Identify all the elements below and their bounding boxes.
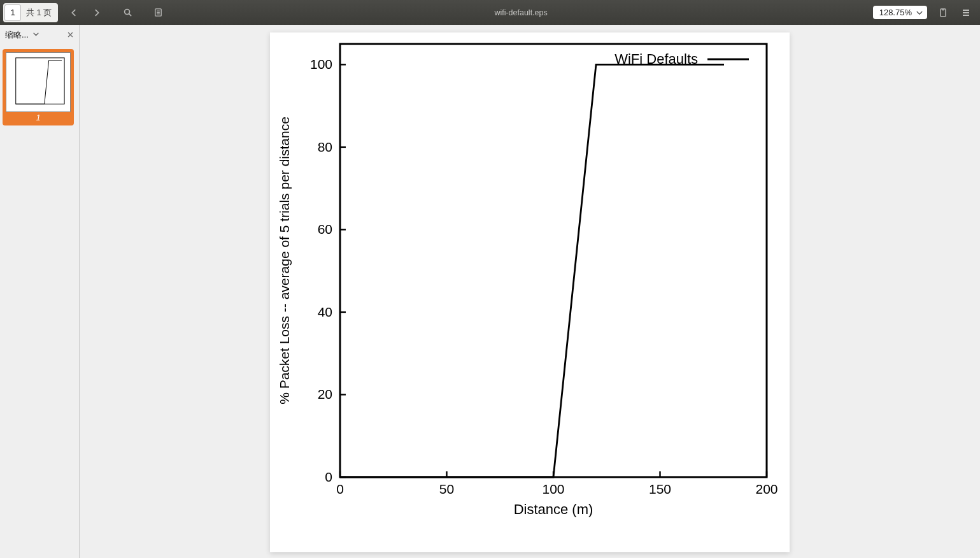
thumbnail-image: [6, 52, 71, 112]
outline-button[interactable]: [147, 3, 169, 22]
svg-text:200: 200: [755, 482, 778, 496]
chevron-down-icon: [916, 9, 923, 17]
svg-text:20: 20: [318, 387, 332, 401]
svg-rect-12: [16, 58, 64, 104]
svg-text:100: 100: [542, 482, 564, 496]
search-button[interactable]: [117, 3, 138, 22]
document-title: wifi-default.eps: [494, 8, 547, 17]
next-page-button[interactable]: [86, 3, 108, 22]
svg-text:60: 60: [318, 222, 332, 236]
sidebar-dropdown[interactable]: [32, 30, 39, 39]
sidebar-title: 缩略...: [5, 29, 29, 41]
hamburger-icon: [961, 8, 971, 18]
chevron-right-icon: [92, 8, 101, 17]
svg-text:40: 40: [318, 304, 332, 319]
chevron-down-icon: [32, 31, 39, 38]
outline-icon: [153, 8, 163, 17]
svg-rect-13: [340, 44, 767, 477]
svg-text:100: 100: [310, 57, 332, 71]
zoom-dropdown[interactable]: 128.75%: [873, 6, 927, 19]
page-nav-group: 共 1 页: [3, 3, 58, 22]
svg-text:0: 0: [325, 469, 332, 484]
search-icon: [123, 8, 132, 17]
thumbnail-page-number: 1: [36, 113, 41, 122]
page-thumbnail[interactable]: 1: [3, 49, 74, 125]
prev-page-button[interactable]: [63, 3, 85, 22]
document-page: 050100150200020406080100Distance (m)% Pa…: [270, 32, 790, 552]
page-viewport[interactable]: 050100150200020406080100Distance (m)% Pa…: [80, 25, 980, 558]
svg-text:WiFi Defaults: WiFi Defaults: [614, 51, 698, 67]
page-fit-icon: [938, 8, 948, 18]
sidebar-close-button[interactable]: [67, 30, 74, 40]
svg-text:0: 0: [336, 482, 344, 496]
svg-text:80: 80: [318, 140, 332, 154]
page-input[interactable]: [4, 4, 21, 21]
page-fit-button[interactable]: [932, 3, 954, 22]
toolbar: 共 1 页 wifi-default.eps 128.75%: [0, 0, 980, 25]
thumbnail-sidebar: 缩略... 1: [0, 25, 80, 558]
close-icon: [67, 31, 74, 38]
svg-text:% Packet Loss -- average of 5 : % Packet Loss -- average of 5 trials per…: [277, 117, 292, 404]
zoom-value: 128.75%: [879, 8, 912, 17]
main-area: 缩略... 1 050100150200020406080100D: [0, 25, 980, 558]
svg-text:Distance (m): Distance (m): [514, 501, 593, 517]
sidebar-header: 缩略...: [0, 25, 79, 45]
chevron-left-icon: [69, 8, 78, 17]
svg-line-1: [129, 14, 131, 16]
svg-text:150: 150: [649, 482, 671, 496]
menu-button[interactable]: [955, 3, 977, 22]
page-total-label: 共 1 页: [21, 7, 57, 18]
packet-loss-chart: 050100150200020406080100Distance (m)% Pa…: [270, 32, 790, 552]
svg-text:50: 50: [439, 482, 454, 496]
